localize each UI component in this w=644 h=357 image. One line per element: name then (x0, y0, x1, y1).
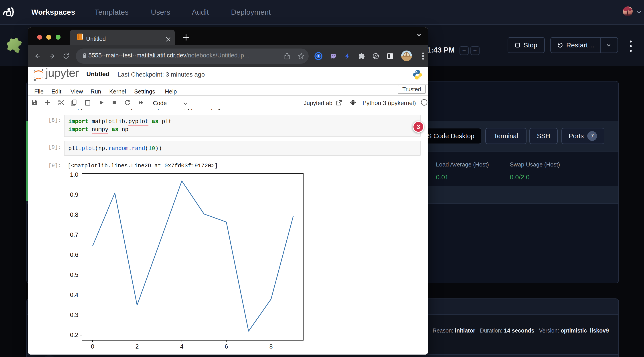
svg-text:0.3: 0.3 (70, 312, 78, 318)
svg-text:0.4: 0.4 (70, 292, 78, 298)
svg-text:1.0: 1.0 (70, 172, 78, 178)
svg-text:0.9: 0.9 (70, 192, 78, 198)
svg-text:4: 4 (180, 343, 183, 350)
svg-text:0.7: 0.7 (70, 232, 78, 238)
svg-text:0: 0 (91, 343, 94, 350)
svg-text:2: 2 (135, 343, 139, 350)
svg-text:8: 8 (269, 343, 272, 350)
svg-text:0.5: 0.5 (70, 272, 78, 278)
svg-text:0.6: 0.6 (70, 252, 78, 258)
svg-text:6: 6 (224, 343, 228, 350)
svg-text:0.8: 0.8 (70, 212, 78, 218)
svg-text:0.2: 0.2 (70, 332, 78, 338)
